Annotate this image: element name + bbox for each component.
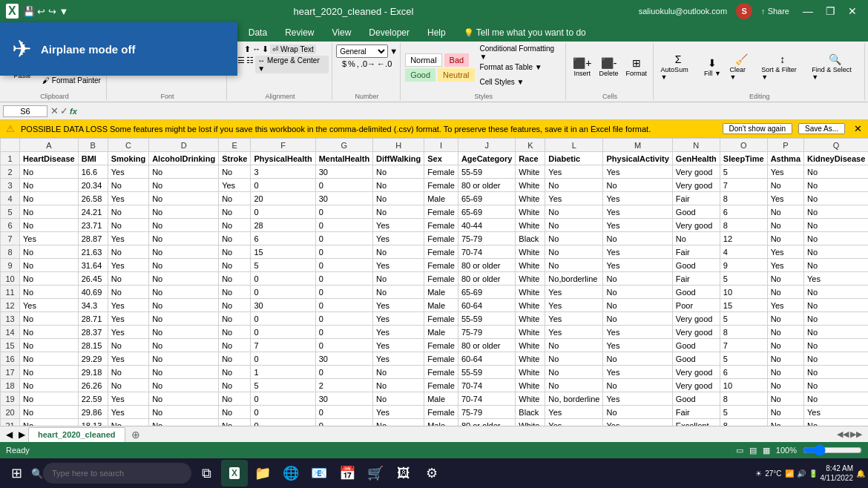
cell-O3[interactable]: 7	[720, 179, 767, 192]
tab-tell-me[interactable]: 💡 Tell me what you want to do	[455, 24, 595, 42]
cell-H15[interactable]: Yes	[373, 339, 424, 352]
autosum-button[interactable]: Σ AutoSum ▼	[658, 46, 699, 89]
align-center-button[interactable]: ☰	[237, 56, 245, 73]
start-button[interactable]: ⊞	[3, 460, 30, 487]
cell-A12[interactable]: Yes	[20, 299, 79, 312]
cell-K6[interactable]: White	[516, 219, 545, 232]
cell-G21[interactable]: 0	[315, 419, 372, 426]
align-middle-button[interactable]: ↔	[252, 44, 260, 54]
cell-L19[interactable]: No, borderline	[545, 392, 603, 406]
cell-N16[interactable]: Good	[672, 352, 720, 366]
header-E[interactable]: Stroke	[219, 152, 251, 165]
cell-A20[interactable]: No	[20, 406, 79, 419]
col-H[interactable]: H	[373, 139, 424, 152]
cell-D16[interactable]: No	[149, 352, 219, 366]
cell-F2[interactable]: 3	[251, 165, 315, 179]
cell-J4[interactable]: 65-69	[458, 192, 515, 205]
cell-D11[interactable]: No	[149, 286, 219, 299]
cell-N14[interactable]: Very good	[672, 326, 720, 339]
row-18-header[interactable]: 18	[1, 379, 20, 392]
normal-view-button[interactable]: ▭	[736, 446, 743, 455]
cell-E13[interactable]: No	[219, 312, 251, 326]
cell-Q18[interactable]: No	[804, 379, 868, 392]
clock-display[interactable]: 8:42 AM 4/11/2022	[821, 464, 854, 483]
cell-B7[interactable]: 28.87	[78, 232, 108, 245]
decrease-decimal-button[interactable]: ←.0	[377, 59, 392, 68]
cell-B3[interactable]: 20.34	[78, 179, 108, 192]
col-O[interactable]: O	[720, 139, 767, 152]
cell-D12[interactable]: No	[149, 299, 219, 312]
cell-C14[interactable]: Yes	[108, 326, 148, 339]
cell-P16[interactable]: No	[767, 352, 803, 366]
cell-A8[interactable]: No	[20, 245, 79, 259]
cell-L7[interactable]: No	[545, 232, 603, 245]
header-G[interactable]: MentalHealth	[315, 152, 372, 165]
photos-button[interactable]: 🖼	[390, 460, 417, 487]
cell-J12[interactable]: 60-64	[458, 299, 515, 312]
cell-L17[interactable]: No	[545, 366, 603, 379]
cell-I13[interactable]: Female	[424, 312, 458, 326]
header-L[interactable]: Diabetic	[545, 152, 603, 165]
cell-A13[interactable]: No	[20, 312, 79, 326]
row-15-header[interactable]: 15	[1, 339, 20, 352]
cell-K13[interactable]: White	[516, 312, 545, 326]
cell-D8[interactable]: No	[149, 245, 219, 259]
cell-H13[interactable]: Yes	[373, 312, 424, 326]
cell-N15[interactable]: Good	[672, 339, 720, 352]
cell-L15[interactable]: No	[545, 339, 603, 352]
col-G[interactable]: G	[315, 139, 372, 152]
cell-N9[interactable]: Good	[672, 259, 720, 272]
cell-P4[interactable]: Yes	[767, 192, 803, 205]
cell-Q6[interactable]: No	[804, 219, 868, 232]
cell-E2[interactable]: No	[219, 165, 251, 179]
cell-E15[interactable]: No	[219, 339, 251, 352]
cell-A16[interactable]: No	[20, 352, 79, 366]
cell-H21[interactable]: No	[373, 419, 424, 426]
cell-P6[interactable]: No	[767, 219, 803, 232]
cell-O7[interactable]: 12	[720, 232, 767, 245]
cell-Q4[interactable]: No	[804, 192, 868, 205]
row-5-header[interactable]: 5	[1, 205, 20, 219]
cell-A14[interactable]: No	[20, 326, 79, 339]
cell-C18[interactable]: No	[108, 379, 148, 392]
row-9-header[interactable]: 9	[1, 259, 20, 272]
cell-Q21[interactable]: No	[804, 419, 868, 426]
cell-K17[interactable]: White	[516, 366, 545, 379]
cell-J14[interactable]: 75-79	[458, 326, 515, 339]
row-21-header[interactable]: 21	[1, 419, 20, 426]
row-4-header[interactable]: 4	[1, 192, 20, 205]
cell-H3[interactable]: No	[373, 179, 424, 192]
header-I[interactable]: Sex	[424, 152, 458, 165]
cell-A18[interactable]: No	[20, 379, 79, 392]
cell-K8[interactable]: White	[516, 245, 545, 259]
cell-O18[interactable]: 10	[720, 379, 767, 392]
cell-N11[interactable]: Good	[672, 286, 720, 299]
tab-view[interactable]: View	[323, 24, 361, 42]
row-8-header[interactable]: 8	[1, 245, 20, 259]
cell-L5[interactable]: No	[545, 205, 603, 219]
cell-Q10[interactable]: Yes	[804, 272, 868, 286]
cell-I7[interactable]: Female	[424, 232, 458, 245]
cell-E10[interactable]: No	[219, 272, 251, 286]
cell-Q2[interactable]: No	[804, 165, 868, 179]
cell-A4[interactable]: No	[20, 192, 79, 205]
cell-F17[interactable]: 1	[251, 366, 315, 379]
row-11-header[interactable]: 11	[1, 286, 20, 299]
sheet-tab-heart[interactable]: heart_2020_cleaned	[28, 427, 125, 442]
formula-input[interactable]	[80, 107, 865, 116]
cell-K4[interactable]: White	[516, 192, 545, 205]
cell-D4[interactable]: No	[149, 192, 219, 205]
col-I[interactable]: I	[424, 139, 458, 152]
cell-G10[interactable]: 0	[315, 272, 372, 286]
cell-F10[interactable]: 0	[251, 272, 315, 286]
cell-M13[interactable]: No	[603, 312, 672, 326]
cell-L2[interactable]: Yes	[545, 165, 603, 179]
cell-O8[interactable]: 4	[720, 245, 767, 259]
cell-M20[interactable]: No	[603, 406, 672, 419]
cell-Q13[interactable]: No	[804, 312, 868, 326]
cell-G20[interactable]: 0	[315, 406, 372, 419]
cell-M9[interactable]: Yes	[603, 259, 672, 272]
cell-F6[interactable]: 28	[251, 219, 315, 232]
col-N[interactable]: N	[672, 139, 720, 152]
cell-F18[interactable]: 5	[251, 379, 315, 392]
